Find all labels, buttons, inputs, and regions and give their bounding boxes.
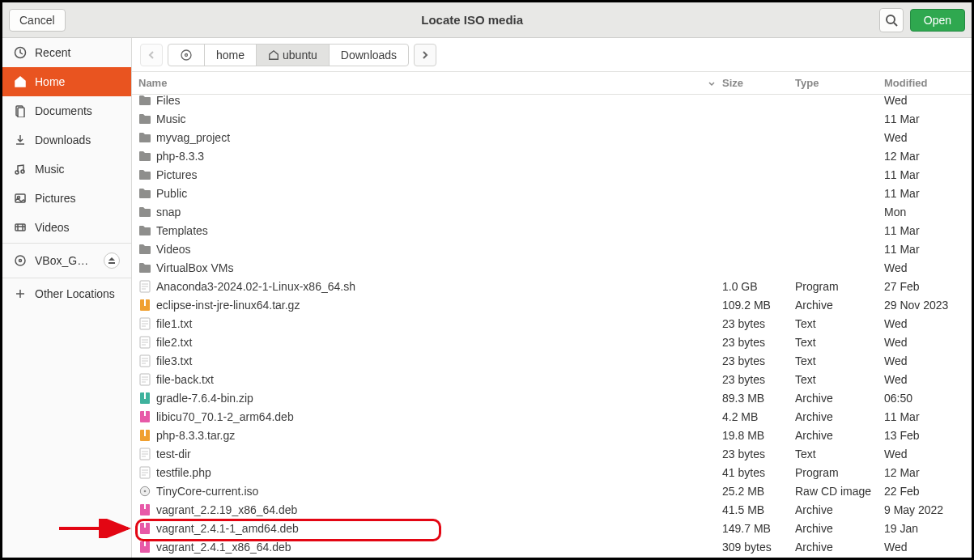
file-row[interactable]: file2.txt23 bytesTextWed [132, 333, 972, 351]
file-size: 109.2 MB [722, 299, 795, 312]
dialog-title: Locate ISO media [421, 13, 523, 27]
svg-rect-19 [144, 299, 146, 306]
file-row[interactable]: vagrant_2.4.1_x86_64.deb309 bytesArchive… [132, 537, 972, 556]
file-name: Pictures [156, 168, 198, 181]
path-bar: home ubuntu Downloads [132, 38, 972, 72]
sidebar-item-drive[interactable]: VBox_G… [2, 244, 131, 277]
file-row[interactable]: TinyCore-current.iso25.2 MBRaw CD image2… [132, 482, 972, 500]
file-name: file2.txt [156, 336, 192, 349]
file-modified: Wed [884, 541, 965, 554]
text-icon [138, 336, 151, 349]
file-row[interactable]: libicu70_70.1-2_arm64.deb4.2 MBArchive11… [132, 407, 972, 426]
svg-point-12 [181, 50, 191, 60]
file-name: php-8.3.3 [156, 150, 204, 163]
file-type: Text [795, 354, 884, 367]
file-row[interactable]: Anaconda3-2024.02-1-Linux-x86_64.sh1.0 G… [132, 277, 972, 295]
column-modified[interactable]: Modified [884, 77, 965, 89]
file-row[interactable]: vagrant_2.2.19_x86_64.deb41.5 MBArchive9… [132, 500, 972, 519]
sort-desc-icon [708, 79, 716, 87]
cancel-button[interactable]: Cancel [9, 9, 66, 32]
file-name: Music [156, 112, 186, 125]
svg-point-13 [185, 53, 188, 56]
file-modified: 11 Mar [884, 168, 965, 181]
file-modified: Wed [884, 354, 965, 367]
file-row[interactable]: file-back.txt23 bytesTextWed [132, 370, 972, 388]
svg-rect-39 [144, 411, 146, 416]
sidebar-item-label: Other Locations [35, 287, 115, 300]
file-row[interactable]: snapMon [132, 202, 972, 221]
file-row[interactable]: file3.txt23 bytesTextWed [132, 351, 972, 370]
file-type: Archive [795, 392, 884, 405]
file-row[interactable]: file1.txt23 bytesTextWed [132, 314, 972, 333]
file-size: 1.0 GB [722, 280, 795, 293]
file-modified: 11 Mar [884, 224, 965, 237]
disc-icon [138, 485, 151, 498]
sidebar-item-recent[interactable]: Recent [2, 38, 131, 67]
svg-point-6 [21, 170, 24, 173]
breadcrumb-home[interactable]: home [205, 45, 257, 66]
sidebar-item-label: Recent [35, 46, 70, 59]
folder-icon [138, 224, 151, 237]
file-type: Text [795, 336, 884, 349]
svg-rect-57 [144, 541, 146, 546]
content-area: home ubuntu Downloads Name Size Typ [132, 38, 972, 558]
column-name[interactable]: Name [138, 77, 722, 89]
breadcrumb-label: ubuntu [283, 49, 317, 62]
file-list[interactable]: FilesWedMusic11 Marmyvag_projectWedphp-8… [132, 95, 972, 558]
sidebar-item-pictures[interactable]: Pictures [2, 184, 131, 213]
column-type[interactable]: Type [795, 77, 884, 89]
file-row[interactable]: vagrant_2.4.1-1_amd64.deb149.7 MBArchive… [132, 519, 972, 537]
sidebar-item-other-locations[interactable]: Other Locations [2, 279, 131, 308]
file-name: file1.txt [156, 317, 192, 330]
search-icon [885, 14, 898, 27]
column-size[interactable]: Size [722, 77, 795, 89]
file-modified: 11 Mar [884, 112, 965, 125]
search-button[interactable] [879, 8, 904, 32]
music-icon [14, 163, 27, 176]
sidebar-item-label: Videos [35, 221, 70, 234]
breadcrumb-root[interactable] [168, 45, 205, 66]
folder-icon [138, 261, 151, 274]
file-modified: Wed [884, 131, 965, 144]
file-row[interactable]: myvag_projectWed [132, 128, 972, 146]
file-row[interactable]: test-dir23 bytesTextWed [132, 444, 972, 463]
sidebar-item-downloads[interactable]: Downloads [2, 125, 131, 155]
file-name: Templates [156, 224, 208, 237]
file-size: 89.3 MB [722, 392, 795, 405]
file-row[interactable]: php-8.3.3.tar.gz19.8 MBArchive13 Feb [132, 426, 972, 444]
sidebar-item-label: Music [35, 163, 65, 176]
folder-icon [138, 206, 151, 218]
file-row[interactable]: Pictures11 Mar [132, 165, 972, 184]
file-row[interactable]: FilesWed [132, 95, 972, 109]
file-row[interactable]: gradle-7.6.4-bin.zip89.3 MBArchive06:50 [132, 388, 972, 407]
svg-point-10 [15, 256, 25, 265]
file-name: file3.txt [156, 354, 192, 367]
breadcrumb-ubuntu[interactable]: ubuntu [257, 45, 330, 66]
file-modified: 11 Mar [884, 410, 965, 423]
file-modified: 29 Nov 2023 [884, 299, 965, 312]
file-row[interactable]: VirtualBox VMsWed [132, 258, 972, 277]
file-row[interactable]: Templates11 Mar [132, 221, 972, 240]
sidebar-item-videos[interactable]: Videos [2, 213, 131, 242]
nav-child-button[interactable] [414, 44, 436, 66]
file-row[interactable]: eclipse-inst-jre-linux64.tar.gz109.2 MBA… [132, 295, 972, 314]
file-size: 41.5 MB [722, 503, 795, 516]
file-size: 149.7 MB [722, 522, 795, 535]
file-row[interactable]: php-8.3.312 Mar [132, 146, 972, 165]
sidebar-item-documents[interactable]: Documents [2, 96, 131, 125]
file-row[interactable]: Public11 Mar [132, 184, 972, 202]
file-row[interactable]: testfile.php41 bytesProgram12 Mar [132, 463, 972, 482]
home-icon [14, 75, 27, 88]
eject-button[interactable] [104, 252, 120, 269]
sidebar-item-music[interactable]: Music [2, 155, 131, 184]
text-icon [138, 373, 151, 386]
open-button[interactable]: Open [910, 9, 965, 32]
breadcrumb-label: Downloads [341, 49, 397, 62]
sidebar-item-home[interactable]: Home [2, 67, 131, 96]
file-modified: Wed [884, 261, 965, 274]
file-row[interactable]: Videos11 Mar [132, 240, 972, 258]
breadcrumb-downloads[interactable]: Downloads [330, 45, 408, 66]
file-row[interactable]: Music11 Mar [132, 109, 972, 128]
svg-point-11 [19, 260, 22, 262]
nav-back-button[interactable] [140, 44, 163, 66]
